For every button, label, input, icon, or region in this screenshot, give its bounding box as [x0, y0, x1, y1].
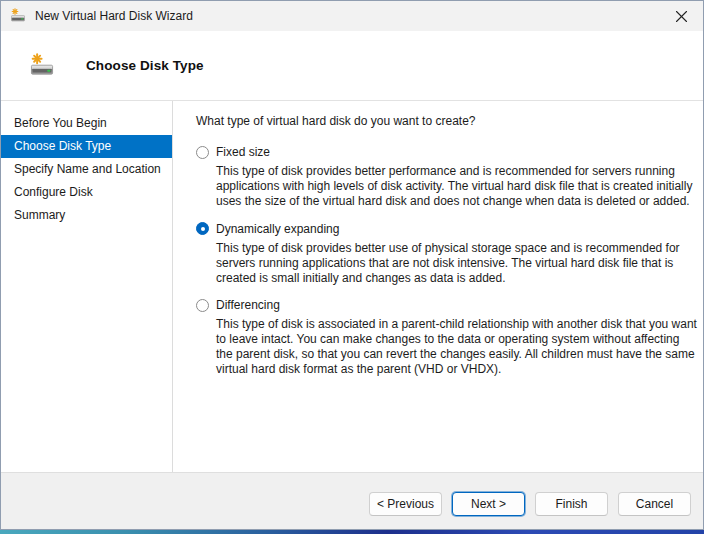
radio-label[interactable]: Differencing [216, 298, 280, 312]
next-button[interactable]: Next > [452, 492, 525, 516]
new-disk-icon [10, 8, 26, 24]
radio-button-icon[interactable] [196, 299, 209, 312]
option-description: This type of disk provides better perfor… [216, 164, 697, 209]
option-description: This type of disk is associated in a par… [216, 317, 697, 377]
wizard-body: Before You Begin Choose Disk Type Specif… [1, 101, 703, 472]
page-content: What type of virtual hard disk do you wa… [173, 101, 703, 472]
screen: New Virtual Hard Disk Wizard [0, 0, 704, 534]
option-description: This type of disk provides better use of… [216, 241, 697, 286]
wizard-steps-sidebar: Before You Begin Choose Disk Type Specif… [1, 101, 173, 472]
button-bar: < Previous Next > Finish Cancel [1, 472, 703, 529]
sidebar-item-before-you-begin[interactable]: Before You Begin [1, 112, 172, 135]
sidebar-item-specify-name-and-location[interactable]: Specify Name and Location [1, 158, 172, 181]
page-header: Choose Disk Type [1, 31, 703, 101]
radio-option-differencing[interactable]: Differencing [196, 298, 697, 312]
radio-label[interactable]: Dynamically expanding [216, 222, 339, 236]
page-title: Choose Disk Type [86, 58, 204, 73]
radio-option-fixed-size[interactable]: Fixed size [196, 145, 697, 159]
title-bar: New Virtual Hard Disk Wizard [1, 1, 703, 31]
new-disk-icon [29, 53, 55, 79]
wizard-window: New Virtual Hard Disk Wizard [0, 0, 704, 530]
radio-label[interactable]: Fixed size [216, 145, 270, 159]
finish-button[interactable]: Finish [535, 492, 608, 516]
close-icon [675, 10, 688, 23]
sidebar-item-configure-disk[interactable]: Configure Disk [1, 181, 172, 204]
previous-button[interactable]: < Previous [369, 492, 442, 516]
radio-button-icon[interactable] [196, 222, 209, 235]
question-text: What type of virtual hard disk do you wa… [196, 114, 697, 128]
radio-button-icon[interactable] [196, 146, 209, 159]
sidebar-item-summary[interactable]: Summary [1, 204, 172, 227]
window-title: New Virtual Hard Disk Wizard [35, 9, 193, 23]
cancel-button[interactable]: Cancel [618, 492, 691, 516]
close-button[interactable] [659, 1, 703, 31]
sidebar-item-choose-disk-type[interactable]: Choose Disk Type [1, 135, 172, 158]
radio-option-dynamically-expanding[interactable]: Dynamically expanding [196, 222, 697, 236]
